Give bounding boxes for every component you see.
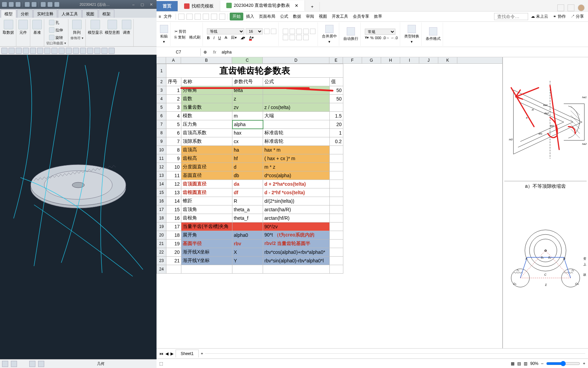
paste-button[interactable]: 粘贴 ▾	[160, 25, 168, 44]
cell[interactable]: 14	[166, 197, 181, 205]
cell[interactable]: 7	[166, 137, 181, 146]
layers-icon[interactable]	[38, 361, 44, 367]
tool2-icon[interactable]	[48, 2, 52, 7]
view8-icon[interactable]	[87, 48, 93, 54]
cell[interactable]: Y	[232, 257, 263, 265]
cell[interactable]: d/(2*sin(telta))	[263, 197, 330, 205]
zoom-in-icon[interactable]	[9, 48, 15, 54]
cell[interactable]: 齿顶角	[181, 205, 232, 214]
cell[interactable]: arctan(ha/R)	[263, 205, 330, 214]
menu-member[interactable]: 会员专享	[351, 13, 371, 20]
view-page-icon[interactable]: ▤	[517, 361, 521, 366]
cell[interactable]	[330, 248, 343, 257]
preview-icon[interactable]	[203, 14, 209, 20]
cell[interactable]: R	[232, 197, 263, 205]
cell[interactable]: 基圆半径	[181, 240, 232, 248]
pan-icon[interactable]	[23, 48, 29, 54]
view5-icon[interactable]	[66, 48, 72, 54]
align-mid-icon[interactable]	[290, 29, 295, 34]
cell[interactable]: 齿根圆直径	[181, 188, 232, 197]
cell[interactable]: 4	[166, 112, 181, 120]
cell[interactable]	[330, 231, 343, 240]
cell[interactable]: ha	[232, 146, 263, 154]
cell[interactable]	[330, 257, 343, 265]
cell[interactable]: 11	[166, 171, 181, 180]
cell[interactable]: rbv/2 当量齿轮基圆半	[263, 240, 330, 248]
zoom-in-button[interactable]: +	[583, 361, 585, 366]
status-mode-icon[interactable]: ⬚	[159, 361, 163, 366]
cell[interactable]: 3	[166, 103, 181, 112]
cell-reference[interactable]: C7	[157, 48, 201, 56]
tool3-icon[interactable]	[54, 2, 59, 7]
cell[interactable]: 9	[166, 154, 181, 163]
stop-icon[interactable]	[109, 48, 115, 54]
zoom-fit-icon[interactable]	[1, 48, 7, 54]
cell[interactable]	[330, 214, 343, 223]
sheet-tab[interactable]: Sheet1	[176, 350, 199, 357]
play-icon[interactable]	[94, 48, 100, 54]
cell[interactable]: 模数	[181, 112, 232, 120]
fontsize-select[interactable]: 16	[246, 28, 263, 34]
minimize-icon[interactable]: –	[130, 1, 137, 8]
zoom-out-icon[interactable]	[16, 48, 22, 54]
view3-icon[interactable]	[51, 48, 58, 54]
zoom-slider[interactable]	[546, 361, 580, 366]
menu-insert[interactable]: 插入	[244, 13, 256, 20]
component-button[interactable]: 元件	[18, 20, 28, 35]
currency-icon[interactable]: ¥▾	[365, 35, 369, 40]
dec-inc-icon[interactable]: .0→	[382, 36, 389, 40]
cell[interactable]: 12	[166, 180, 181, 188]
bold-button[interactable]: B	[207, 36, 210, 40]
cell[interactable]	[330, 180, 343, 188]
align-bot-icon[interactable]	[296, 29, 302, 34]
cell[interactable]: z / cos(telta)	[263, 103, 330, 112]
cell[interactable]: 2	[166, 95, 181, 103]
cut-button[interactable]: ✂ 剪切	[175, 29, 186, 34]
cell[interactable]: 标准齿轮	[263, 137, 330, 146]
modeldisp-button[interactable]: 模型显示	[88, 20, 103, 35]
zoom-out-button[interactable]: –	[541, 361, 543, 366]
cell[interactable]: zv	[232, 103, 263, 112]
cell[interactable]: 17	[166, 223, 181, 231]
datum-button[interactable]: 基准	[32, 20, 42, 35]
rotate-icon[interactable]	[30, 48, 36, 54]
undo-icon[interactable]	[211, 14, 217, 20]
indent-dec-icon[interactable]	[303, 29, 309, 34]
tab-view[interactable]: 视图	[82, 10, 98, 18]
tab-tools[interactable]: 人体工具	[58, 10, 82, 18]
cell[interactable]	[330, 240, 343, 248]
cell[interactable]: 8	[166, 146, 181, 154]
col-header[interactable]: A	[166, 57, 181, 63]
col-header[interactable]: G	[362, 57, 381, 63]
cell[interactable]	[263, 95, 330, 103]
cell[interactable]: 基圆直径	[181, 171, 232, 180]
grid-icon[interactable]	[557, 4, 564, 11]
save-icon[interactable]	[178, 14, 184, 20]
merge-button[interactable]: 合并居中▾	[322, 25, 337, 44]
cell[interactable]: df	[232, 188, 263, 197]
cell[interactable]: 标准齿轮	[263, 129, 330, 137]
view2-icon[interactable]	[44, 48, 50, 54]
sheet-nav-next-icon[interactable]: ▶	[170, 351, 174, 356]
dec-dec-icon[interactable]: ←.0	[391, 36, 398, 40]
cell[interactable]: m * z	[263, 163, 330, 171]
zoom-icon[interactable]: ⊕	[201, 50, 210, 55]
print-icon[interactable]	[195, 14, 201, 20]
menu-hamburger-icon[interactable]: ≡	[159, 14, 161, 19]
col-header[interactable]: H	[381, 57, 400, 63]
cell[interactable]: 展开角	[181, 231, 232, 240]
cell[interactable]: 渐开线Y坐标	[181, 257, 232, 265]
cell[interactable]: 18	[166, 231, 181, 240]
tool-icon[interactable]	[41, 2, 46, 7]
status-icon[interactable]	[2, 361, 8, 367]
sheet-nav-first-icon[interactable]: ⏮	[159, 351, 163, 356]
fill-button[interactable]: ◢▾	[241, 35, 245, 40]
cell[interactable]: da	[232, 180, 263, 188]
open-icon[interactable]	[9, 2, 14, 7]
cell[interactable]: theta_a	[232, 205, 263, 214]
maximize-icon[interactable]: ▢	[139, 1, 146, 8]
view-normal-icon[interactable]: ▦	[511, 361, 514, 366]
add-sheet-button[interactable]: +	[201, 351, 203, 356]
cell[interactable]	[330, 223, 343, 231]
cell[interactable]: 当量齿数	[181, 103, 232, 112]
